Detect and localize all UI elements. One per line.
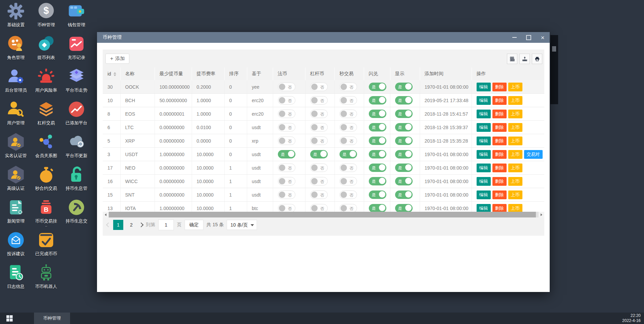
show-toggle[interactable]: 是 bbox=[395, 190, 413, 199]
leverage-toggle[interactable]: 否 bbox=[310, 137, 328, 145]
fiat-toggle[interactable]: 否 bbox=[278, 137, 295, 145]
list-coin-button[interactable]: 上币 bbox=[508, 96, 522, 105]
seconds-toggle[interactable]: 否 bbox=[340, 123, 357, 131]
leverage-toggle[interactable]: 否 bbox=[310, 164, 328, 172]
desktop-icon-user-risk-rate[interactable]: 用户风险率 bbox=[31, 67, 61, 99]
leverage-toggle[interactable]: 否 bbox=[310, 123, 328, 131]
fiat-toggle[interactable]: 否 bbox=[278, 190, 295, 199]
delete-button[interactable]: 删除 bbox=[492, 150, 507, 159]
fiat-toggle[interactable]: 否 bbox=[278, 123, 295, 131]
desktop-icon-log-info[interactable]: 日志信息 bbox=[1, 263, 31, 296]
delete-button[interactable]: 删除 bbox=[492, 123, 507, 132]
edit-button[interactable]: 编辑 bbox=[477, 150, 491, 159]
show-toggle[interactable]: 是 bbox=[395, 96, 413, 105]
list-coin-button[interactable]: 上币 bbox=[508, 164, 522, 172]
list-coin-button[interactable]: 上币 bbox=[508, 150, 522, 159]
leverage-toggle[interactable]: 是 bbox=[310, 150, 328, 158]
taskbar-task-coin-management[interactable]: 币种管理 bbox=[34, 313, 70, 324]
edit-button[interactable]: 编辑 bbox=[477, 123, 491, 132]
list-coin-button[interactable]: 上币 bbox=[508, 190, 522, 199]
seconds-toggle[interactable]: 否 bbox=[340, 137, 357, 145]
flash-toggle[interactable]: 是 bbox=[369, 150, 386, 158]
edit-button[interactable]: 编辑 bbox=[477, 190, 491, 199]
desktop-icon-leverage-trade[interactable]: 杠杆交易 bbox=[31, 99, 61, 132]
leverage-toggle[interactable]: 否 bbox=[310, 190, 328, 199]
column-filter-button[interactable] bbox=[507, 54, 517, 64]
list-coin-button[interactable]: 上币 bbox=[508, 137, 522, 145]
export-button[interactable] bbox=[519, 54, 530, 64]
delete-button[interactable]: 删除 bbox=[492, 204, 507, 213]
desktop-icon-seconds-contract[interactable]: 秒合约交易 bbox=[31, 165, 61, 198]
page-number-1[interactable]: 1 bbox=[113, 220, 123, 230]
desktop-icon-backend-admin[interactable]: 后台管理员 bbox=[1, 67, 31, 99]
desktop-icon-coin-trade-orders[interactable]: B币币交易挂.. bbox=[31, 198, 61, 230]
leverage-toggle[interactable]: 否 bbox=[310, 96, 328, 105]
fiat-toggle[interactable]: 否 bbox=[278, 177, 295, 185]
page-jump-input[interactable] bbox=[158, 219, 174, 230]
leverage-toggle[interactable]: 否 bbox=[310, 83, 328, 91]
desktop-icon-user-management[interactable]: 用户管理 bbox=[1, 99, 31, 132]
desktop-icon-coin-management[interactable]: $币种管理 bbox=[31, 1, 61, 34]
seconds-toggle[interactable]: 否 bbox=[340, 190, 357, 199]
list-coin-button[interactable]: 上币 bbox=[508, 110, 522, 118]
desktop-icon-realname-verify[interactable]: 实名认证管 bbox=[1, 132, 31, 165]
leverage-toggle[interactable]: 否 bbox=[310, 204, 328, 212]
desktop-icon-coin-robot[interactable]: 币币机器人 bbox=[31, 263, 61, 296]
edit-button[interactable]: 编辑 bbox=[477, 110, 491, 118]
leverage-toggle[interactable]: 否 bbox=[310, 110, 328, 118]
seconds-toggle[interactable]: 否 bbox=[340, 204, 357, 212]
desktop-icon-role-management[interactable]: 角色管理 bbox=[1, 34, 31, 67]
fiat-toggle[interactable]: 否 bbox=[278, 83, 295, 91]
show-toggle[interactable]: 是 bbox=[395, 177, 413, 185]
confirm-button[interactable]: 确定 bbox=[185, 220, 203, 230]
desktop-icon-wallet-management[interactable]: 钱包管理 bbox=[61, 1, 92, 34]
fiat-toggle[interactable]: 是 bbox=[278, 150, 295, 158]
flash-toggle[interactable]: 是 bbox=[369, 123, 386, 131]
prev-page-icon[interactable] bbox=[106, 223, 111, 227]
flash-toggle[interactable]: 是 bbox=[369, 204, 386, 212]
desktop-icon-completed-trades[interactable]: 已完成币币 bbox=[31, 230, 61, 263]
show-toggle[interactable]: 是 bbox=[395, 164, 413, 172]
start-button[interactable] bbox=[0, 313, 19, 324]
desktop-icon-added-platform[interactable]: 已添加平台 bbox=[61, 99, 92, 132]
edit-button[interactable]: 编辑 bbox=[477, 177, 491, 186]
delete-button[interactable]: 删除 bbox=[492, 190, 507, 199]
fiat-toggle[interactable]: 否 bbox=[278, 110, 295, 118]
delete-button[interactable]: 删除 bbox=[492, 83, 507, 91]
print-button[interactable] bbox=[532, 54, 542, 64]
page-size-select[interactable]: 10 条/页 bbox=[227, 220, 257, 230]
delete-button[interactable]: 删除 bbox=[492, 110, 507, 118]
flash-toggle[interactable]: 是 bbox=[369, 177, 386, 185]
window-titlebar[interactable]: 币种管理 × bbox=[97, 32, 550, 43]
leverage-toggle[interactable]: 否 bbox=[310, 177, 328, 185]
seconds-toggle[interactable]: 否 bbox=[340, 177, 357, 185]
fiat-toggle[interactable]: 否 bbox=[278, 164, 295, 172]
list-coin-button[interactable]: 上币 bbox=[508, 83, 522, 91]
desktop-icon-feedback[interactable]: 投诉建议 bbox=[1, 230, 31, 263]
edit-button[interactable]: 编辑 bbox=[477, 83, 491, 91]
delete-button[interactable]: 删除 bbox=[492, 164, 507, 172]
maximize-button[interactable] bbox=[521, 32, 536, 43]
desktop-icon-holding-interest-mgmt[interactable]: 持币生息管 bbox=[61, 165, 92, 198]
desktop-icon-holding-interest-trade[interactable]: 持币生息交 bbox=[61, 198, 92, 230]
delete-button[interactable]: 删除 bbox=[492, 96, 507, 105]
close-button[interactable]: × bbox=[536, 32, 550, 43]
scroll-left-arrow-icon[interactable] bbox=[103, 212, 108, 217]
delete-button[interactable]: 删除 bbox=[492, 177, 507, 186]
flash-toggle[interactable]: 是 bbox=[369, 137, 386, 145]
edit-button[interactable]: 编辑 bbox=[477, 96, 491, 105]
desktop-icon-withdraw-list[interactable]: 提币列表 bbox=[31, 34, 61, 67]
edit-button[interactable]: 编辑 bbox=[477, 164, 491, 172]
seconds-toggle[interactable]: 否 bbox=[340, 110, 357, 118]
desktop-icon-basic-settings[interactable]: 基础设置 bbox=[1, 1, 31, 34]
fiat-toggle[interactable]: 否 bbox=[278, 204, 295, 212]
seconds-toggle[interactable]: 否 bbox=[340, 96, 357, 105]
horizontal-scrollbar[interactable] bbox=[103, 212, 544, 217]
list-coin-button[interactable]: 上币 bbox=[508, 177, 522, 186]
desktop-icon-platform-coin-trend[interactable]: 平台币走势 bbox=[61, 67, 92, 99]
show-toggle[interactable]: 是 bbox=[395, 204, 413, 212]
show-toggle[interactable]: 是 bbox=[395, 110, 413, 118]
show-toggle[interactable]: 是 bbox=[395, 123, 413, 131]
desktop-icon-advanced-verify[interactable]: 高级认证 bbox=[1, 165, 31, 198]
show-toggle[interactable]: 是 bbox=[395, 150, 413, 158]
